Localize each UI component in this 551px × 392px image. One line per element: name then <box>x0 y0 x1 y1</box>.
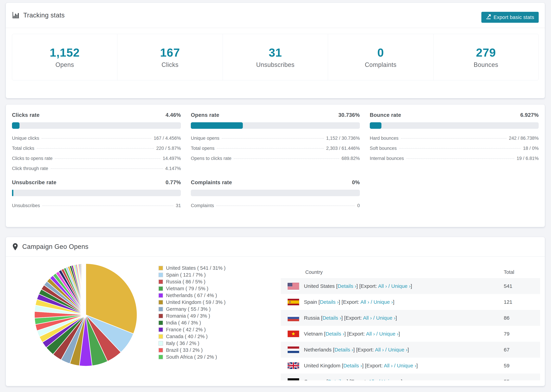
details-link[interactable]: Details › <box>325 331 344 336</box>
rate-value: 0.77% <box>165 179 181 186</box>
rate-block: Unsubscribe rate0.77%Unsubscribes31 <box>12 179 181 211</box>
stat-value: 167 / 4.456% <box>154 136 181 141</box>
legend-item: Vietnam ( 79 / 5% ) <box>158 286 226 291</box>
link-separator: / <box>369 299 374 305</box>
legend-item: France ( 42 / 2% ) <box>158 327 226 332</box>
stat-row: Hard bounces242 / 86.738% <box>370 133 539 143</box>
summary-stat-bounces: 279Bounces <box>433 34 538 80</box>
legend-label: India ( 46 / 3% ) <box>166 320 201 326</box>
legend-swatch <box>158 334 163 339</box>
legend-swatch <box>158 273 163 277</box>
rate-block: Complaints rate0%Complaints0 <box>191 179 360 211</box>
rate-title: Unsubscribe rate <box>12 179 57 186</box>
rate-rows: Unsubscribes31 <box>12 201 181 211</box>
stat-row: Total clicks220 / 5.87% <box>12 143 181 154</box>
summary-label: Complaints <box>365 61 396 68</box>
progress-bar-fill <box>12 122 20 129</box>
geo-opens-pie-chart <box>31 260 141 370</box>
rates-grid: Clicks rate4.46%Unique clicks167 / 4.456… <box>6 105 545 211</box>
legend-label: United States ( 541 / 31% ) <box>166 265 226 271</box>
link-separator: / <box>387 283 391 289</box>
export-text: ] [Export: <box>344 331 366 336</box>
export-unique-link[interactable]: Unique › <box>391 283 410 289</box>
dotted-leader <box>399 148 521 149</box>
total-value: 541 <box>504 283 540 289</box>
rate-block: Opens rate30.736%Unique opens1,152 / 30.… <box>191 112 360 174</box>
export-all-link[interactable]: All › <box>384 363 393 368</box>
stat-row: Complaints0 <box>191 201 360 211</box>
geo-table-row: Netherlands [Details ›] [Export: All › /… <box>281 342 540 358</box>
flag-gb-icon <box>288 362 299 369</box>
stat-row: Unique opens1,152 / 30.736% <box>191 133 360 143</box>
legend-swatch <box>158 293 163 298</box>
geo-table-body: United States [Details ›] [Export: All ›… <box>281 278 540 380</box>
bracket-close: ] <box>407 347 409 352</box>
legend-swatch <box>158 286 163 291</box>
details-link[interactable]: Details › <box>334 347 353 352</box>
tracking-stats-header: Tracking stats Export basic stats <box>6 3 545 28</box>
tracking-stats-title: Tracking stats <box>12 11 65 19</box>
legend-item: United States ( 541 / 31% ) <box>158 266 226 271</box>
export-all-link[interactable]: All › <box>366 331 375 336</box>
progress-bar-track <box>191 122 360 129</box>
legend-swatch <box>158 314 163 318</box>
export-basic-stats-button[interactable]: Export basic stats <box>481 12 539 23</box>
export-unique-link[interactable]: Unique › <box>379 331 399 336</box>
summary-label: Unsubscribes <box>256 61 295 68</box>
stat-row: Clicks to opens rate14.497% <box>12 154 181 163</box>
stat-value: 689.82% <box>342 156 360 161</box>
country-cell: Germany [Details ›] [Export: All › / Uni… <box>299 379 504 381</box>
stat-label: Opens to clicks rate <box>191 156 231 161</box>
stat-row: Soft bounces18 / 0% <box>370 143 539 154</box>
export-unique-link[interactable]: Unique › <box>397 363 416 368</box>
export-all-link[interactable]: All › <box>378 283 387 289</box>
progress-bar-fill <box>370 122 381 129</box>
rate-block: Bounce rate6.927%Hard bounces242 / 86.73… <box>370 112 539 174</box>
dotted-leader <box>37 148 154 149</box>
details-link[interactable]: Details › <box>328 379 347 381</box>
legend-item: South Africa ( 29 / 2% ) <box>158 355 226 359</box>
stat-row: Total opens2,303 / 61.446% <box>191 143 360 154</box>
export-unique-link[interactable]: Unique › <box>388 347 407 352</box>
summary-value: 1,152 <box>50 46 80 59</box>
progress-bar-track <box>12 190 181 196</box>
link-separator: / <box>377 379 381 381</box>
stat-value: 31 <box>176 203 181 208</box>
export-all-link[interactable]: All › <box>360 299 369 305</box>
rate-header: Unsubscribe rate0.77% <box>12 179 181 186</box>
export-text: ] [Export: <box>356 283 378 289</box>
legend-item: Brazil ( 33 / 2% ) <box>158 348 226 353</box>
country-name: Vietnam [ <box>304 331 325 336</box>
summary-label: Clicks <box>162 61 178 68</box>
export-all-link[interactable]: All › <box>368 379 377 381</box>
geo-opens-legend: United States ( 541 / 31% )Spain ( 121 /… <box>158 266 226 359</box>
rate-block: Clicks rate4.46%Unique clicks167 / 4.456… <box>12 112 181 174</box>
legend-item: Netherlands ( 67 / 4% ) <box>158 293 226 298</box>
legend-label: Brazil ( 33 / 2% ) <box>166 347 203 353</box>
details-link[interactable]: Details › <box>343 363 362 368</box>
link-separator: / <box>393 363 397 368</box>
summary-label: Opens <box>56 61 74 68</box>
total-value: 55 <box>504 379 540 381</box>
export-text: ] [Export: <box>339 299 360 305</box>
export-unique-link[interactable]: Unique › <box>374 299 393 305</box>
country-name: Germany [ <box>304 379 328 381</box>
legend-swatch <box>158 300 163 305</box>
stat-label: Soft bounces <box>370 146 397 151</box>
summary-stat-complaints: 0Complaints <box>328 34 433 80</box>
geo-opens-header: Campaign Geo Opens <box>6 237 545 257</box>
stat-value: 0 <box>357 203 360 208</box>
geo-opens-title: Campaign Geo Opens <box>12 243 88 251</box>
dotted-leader <box>55 158 160 159</box>
tracking-stats-title-label: Tracking stats <box>23 12 65 19</box>
export-all-link[interactable]: All › <box>363 315 372 321</box>
country-name: United States [ <box>304 283 338 289</box>
details-link[interactable]: Details › <box>322 315 341 321</box>
export-unique-link[interactable]: Unique › <box>376 315 396 321</box>
details-link[interactable]: Details › <box>320 299 339 305</box>
rate-header: Complaints rate0% <box>191 179 360 186</box>
export-unique-link[interactable]: Unique › <box>381 379 401 381</box>
export-all-link[interactable]: All › <box>375 347 384 352</box>
legend-item: Russia ( 86 / 5% ) <box>158 279 226 284</box>
details-link[interactable]: Details › <box>338 283 356 289</box>
